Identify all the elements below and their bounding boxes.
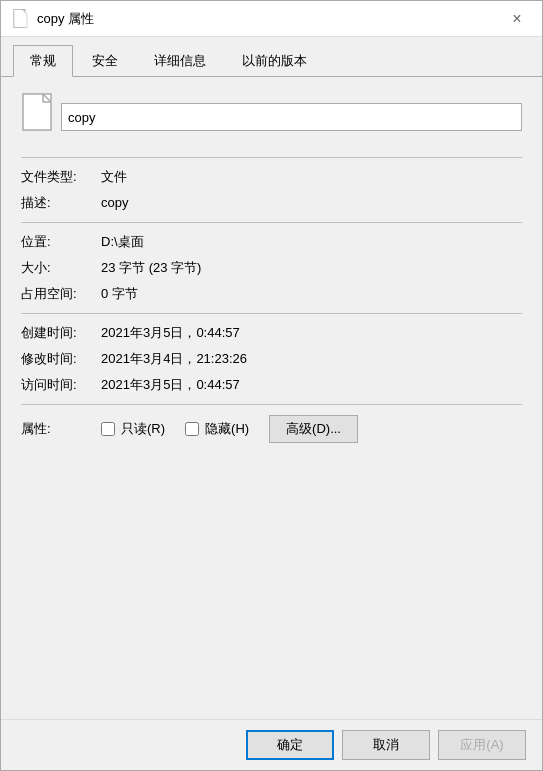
created-value: 2021年3月5日，0:44:57	[101, 324, 240, 342]
modified-value: 2021年3月4日，21:23:26	[101, 350, 247, 368]
checkbox-group: 只读(R) 隐藏(H) 高级(D)...	[101, 415, 522, 443]
separator-4	[21, 404, 522, 405]
file-type-label: 文件类型:	[21, 168, 101, 186]
location-row: 位置: D:\桌面	[21, 233, 522, 251]
size-label: 大小:	[21, 259, 101, 277]
hidden-checkbox[interactable]	[185, 422, 199, 436]
tab-bar: 常规 安全 详细信息 以前的版本	[1, 37, 542, 77]
file-name-input[interactable]	[61, 103, 522, 131]
location-label: 位置:	[21, 233, 101, 251]
location-value: D:\桌面	[101, 233, 144, 251]
svg-rect-1	[23, 94, 51, 130]
file-header	[21, 93, 522, 141]
description-label: 描述:	[21, 194, 101, 212]
readonly-checkbox-item[interactable]: 只读(R)	[101, 420, 165, 438]
separator-2	[21, 222, 522, 223]
properties-dialog: copy 属性 × 常规 安全 详细信息 以前的版本 文件类型: 文件 描述:	[0, 0, 543, 771]
created-label: 创建时间:	[21, 324, 101, 342]
hidden-label: 隐藏(H)	[205, 420, 249, 438]
modified-label: 修改时间:	[21, 350, 101, 368]
file-type-row: 文件类型: 文件	[21, 168, 522, 186]
attributes-label: 属性:	[21, 420, 101, 438]
tab-content: 文件类型: 文件 描述: copy 位置: D:\桌面 大小: 23 字节 (2…	[1, 77, 542, 719]
dialog-title: copy 属性	[37, 10, 504, 28]
separator-1	[21, 157, 522, 158]
file-type-value: 文件	[101, 168, 127, 186]
tab-details[interactable]: 详细信息	[137, 45, 223, 76]
accessed-row: 访问时间: 2021年3月5日，0:44:57	[21, 376, 522, 394]
disk-size-row: 占用空间: 0 字节	[21, 285, 522, 303]
tab-general[interactable]: 常规	[13, 45, 73, 77]
created-row: 创建时间: 2021年3月5日，0:44:57	[21, 324, 522, 342]
description-row: 描述: copy	[21, 194, 522, 212]
title-file-icon	[13, 9, 29, 29]
separator-3	[21, 313, 522, 314]
advanced-button[interactable]: 高级(D)...	[269, 415, 358, 443]
readonly-label: 只读(R)	[121, 420, 165, 438]
dialog-footer: 确定 取消 应用(A)	[1, 719, 542, 770]
apply-button[interactable]: 应用(A)	[438, 730, 526, 760]
cancel-button[interactable]: 取消	[342, 730, 430, 760]
attributes-row: 属性: 只读(R) 隐藏(H) 高级(D)...	[21, 415, 522, 443]
modified-row: 修改时间: 2021年3月4日，21:23:26	[21, 350, 522, 368]
accessed-value: 2021年3月5日，0:44:57	[101, 376, 240, 394]
size-row: 大小: 23 字节 (23 字节)	[21, 259, 522, 277]
file-icon	[21, 93, 61, 141]
disk-size-label: 占用空间:	[21, 285, 101, 303]
description-value: copy	[101, 195, 128, 210]
size-value: 23 字节 (23 字节)	[101, 259, 201, 277]
close-button[interactable]: ×	[504, 6, 530, 32]
accessed-label: 访问时间:	[21, 376, 101, 394]
tab-security[interactable]: 安全	[75, 45, 135, 76]
tab-previous-versions[interactable]: 以前的版本	[225, 45, 324, 76]
ok-button[interactable]: 确定	[246, 730, 334, 760]
disk-size-value: 0 字节	[101, 285, 138, 303]
hidden-checkbox-item[interactable]: 隐藏(H)	[185, 420, 249, 438]
title-bar: copy 属性 ×	[1, 1, 542, 37]
readonly-checkbox[interactable]	[101, 422, 115, 436]
